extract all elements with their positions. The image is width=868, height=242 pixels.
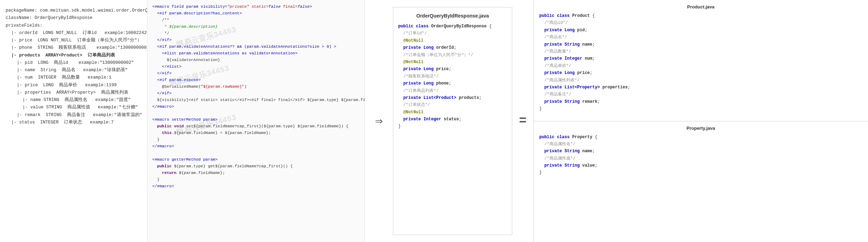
order-field-4: /*订单商品列表*/: [398, 87, 507, 94]
schema-line-3: |- orderId LONG NOT_NULL 订单id example:10…: [6, 29, 141, 37]
order-decl-3: private Long phone;: [398, 80, 507, 87]
order-decl-1: private Long orderId;: [398, 44, 507, 51]
schema-line-7: |- pid LONG 商品id example:"13000000002": [6, 59, 141, 67]
tpl-line-5: */: [152, 30, 360, 37]
schema-line-4: |- price LONG NOT_NULL 订单金额（单位为人民币"分"） e…: [6, 37, 141, 44]
tpl-line-13: @SerializedName("${param.rawName}"): [152, 83, 360, 90]
tpl-line-26: </#macro>: [152, 183, 360, 190]
main-container: packageName: com.meituan.sdk.model.waima…: [0, 0, 868, 242]
product-java-code: public class Product { /*商品id*/ private …: [539, 12, 862, 112]
property-class-decl: public class Property {: [539, 134, 862, 141]
property-decl-2: private String value;: [539, 162, 862, 169]
schema-line-10: |- price LONG 商品单价 example:1199: [6, 82, 141, 89]
property-decl-1: private String name;: [539, 148, 862, 155]
schema-line-9: |- num INTEGER 商品数量 example:1: [6, 74, 141, 81]
tpl-line-15: ${visibility}<#if static> static</#if><#…: [152, 97, 360, 103]
tpl-line-3: /**: [152, 17, 360, 23]
right-panels: Product.java public class Product { /*商品…: [533, 0, 868, 242]
schema-line-13: |- value STRING 商品属性值 example:"七分糖": [6, 104, 141, 111]
order-annot-1: @NotNull: [398, 37, 507, 44]
tpl-line-19: this.${param.fieldName} = ${param.fieldN…: [152, 130, 360, 136]
order-decl-2: private Long price;: [398, 66, 507, 73]
tpl-line-24: return ${param.fieldName};: [152, 170, 360, 176]
tpl-line-10: </#list>: [152, 63, 360, 70]
tpl-line-9: ${validatorAnnotation}: [152, 57, 360, 63]
schema-line-5: |- phone STRING 顾客联系电话 example:"13000000…: [6, 44, 141, 52]
product-field-3: /*商品数量*/: [539, 48, 862, 55]
schema-panel: packageName: com.meituan.sdk.model.waima…: [0, 0, 147, 242]
tpl-line-1: <#macro field param visibility="private"…: [152, 4, 360, 10]
tpl-line-6: </#if>: [152, 37, 360, 43]
tpl-line-blank2: [152, 150, 360, 156]
tpl-line-16: </#macro>: [152, 103, 360, 110]
schema-line-0: packageName: com.meituan.sdk.model.waima…: [6, 7, 141, 14]
order-annot-2: @NotNull: [398, 59, 507, 66]
property-panel: Property.java public class Property { /*…: [534, 121, 868, 242]
tpl-line-14: </#if>: [152, 90, 360, 97]
product-decl-6: private String remark;: [539, 98, 862, 105]
tpl-line-12: <#if param.expose>: [152, 77, 360, 83]
product-decl-2: private String name;: [539, 41, 862, 48]
tpl-line-23: public ${param.type} get${param.fieldNam…: [152, 163, 360, 170]
tpl-line-18: public void set${param.fieldName?cap_fir…: [152, 123, 360, 130]
order-field-1: /*订单id*/: [398, 30, 507, 37]
order-decl-5: private Integer status;: [398, 116, 507, 123]
order-close: }: [398, 123, 507, 130]
product-class-decl: public class Product {: [539, 12, 862, 19]
schema-line-15: |- status INTEGER 订单状态 example:7: [6, 119, 141, 126]
equals-panel: =: [512, 0, 533, 242]
tpl-line-4: * ${param.description}: [152, 23, 360, 30]
schema-line-8: |- name String 商品名 example:"珍珠奶茶": [6, 67, 141, 74]
order-field-3: /*顾客联系电话*/: [398, 73, 507, 80]
tpl-line-25: }: [152, 176, 360, 183]
tpl-line-21: </#macro>: [152, 143, 360, 150]
arrow-icon: ⇒: [375, 113, 383, 129]
equals-icon: =: [519, 114, 527, 128]
tpl-line-2: <#if param.description?has_content>: [152, 10, 360, 17]
tpl-line-8: <#list param.validateAnnotations as vali…: [152, 50, 360, 57]
tpl-line-20: }: [152, 136, 360, 143]
product-decl-3: private Integer num;: [539, 55, 862, 62]
order-field-2: /*订单金额（单位为人民币"分"）*/: [398, 52, 507, 59]
schema-line-1: className: OrderQueryByIdResponse: [6, 14, 141, 22]
order-class-decl: public class OrderQueryByIdResponse {: [398, 23, 507, 30]
product-decl-1: private Long pid;: [539, 27, 862, 34]
tpl-line-blank1: [152, 110, 360, 117]
property-java-code: public class Property { /*商品属性名*/ privat…: [539, 134, 862, 176]
order-java-code: public class OrderQueryByIdResponse { /*…: [398, 23, 507, 130]
product-field-4: /*商品单价*/: [539, 62, 862, 69]
tpl-line-7: <#if param.validateAnnotations?? && (par…: [152, 43, 360, 50]
property-close: }: [539, 169, 862, 176]
order-field-5: /*订单状态*/: [398, 101, 507, 108]
product-field-2: /*商品名*/: [539, 34, 862, 41]
order-panel-title: OrderQueryByIdResponse.java: [398, 13, 507, 19]
product-close: }: [539, 105, 862, 112]
order-query-panel: OrderQueryByIdResponse.java public class…: [393, 7, 512, 235]
schema-line-2: privateFields:: [6, 22, 141, 29]
tpl-line-22: <#macro getterMethod param>: [152, 156, 360, 163]
schema-line-14: |- remark STRING 商品备注 example:"请做常温的": [6, 112, 141, 119]
product-decl-4: private Long price;: [539, 69, 862, 76]
tpl-line-17: <#macro setterMethod param>: [152, 116, 360, 123]
property-field-1: /*商品属性名*/: [539, 141, 862, 148]
schema-line-6: |- products ARRAY<Product> 订单商品列表: [6, 52, 141, 59]
property-panel-title: Property.java: [539, 126, 862, 131]
product-field-5: /*商品属性列表*/: [539, 77, 862, 84]
property-field-2: /*商品属性值*/: [539, 155, 862, 162]
template-panel: 网易云音乐34453 网易云音乐34453 网易云音乐34453 <#macro…: [147, 0, 365, 242]
product-panel: Product.java public class Product { /*商品…: [534, 0, 868, 121]
schema-line-12: |- name STRING 商品属性名 example:"甜度": [6, 96, 141, 104]
product-panel-title: Product.java: [539, 4, 862, 9]
order-annot-5: @NotNull: [398, 109, 507, 116]
product-field-6: /*商品备注*/: [539, 91, 862, 98]
product-field-1: /*商品id*/: [539, 19, 862, 26]
arrow-panel: ⇒: [365, 0, 393, 242]
order-decl-4: private List<Product> products;: [398, 94, 507, 101]
tpl-line-11: </#if>: [152, 70, 360, 77]
schema-line-11: |- properties ARRAY<Property> 商品属性列表: [6, 89, 141, 96]
product-decl-5: private List<Property> properties;: [539, 84, 862, 91]
